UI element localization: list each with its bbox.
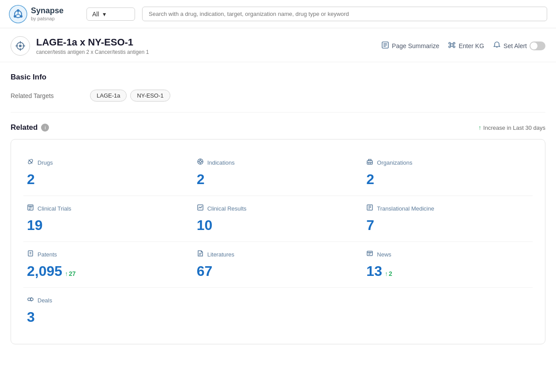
target-icon — [11, 36, 30, 56]
related-item-drugs[interactable]: Drugs 2 — [23, 150, 193, 196]
svg-line-25 — [451, 46, 451, 46]
chevron-down-icon: ▾ — [103, 11, 106, 18]
related-item-indications[interactable]: Indications 2 — [193, 150, 363, 196]
logo-text: Synapse by patsnap — [31, 6, 64, 22]
page-subtitle: cancer/testis antigen 2 x Cancer/testis … — [36, 49, 149, 55]
related-item-clinical-results[interactable]: Clinical Results 10 — [193, 196, 363, 241]
related-targets-label: Related Targets — [11, 92, 90, 99]
related-grid-deals: Deals 3 — [23, 287, 533, 333]
tag-lage1a[interactable]: LAGE-1a — [90, 90, 127, 102]
patents-icon — [27, 250, 34, 259]
logo-area: Synapse by patsnap — [9, 5, 79, 23]
drugs-count-row: 2 — [27, 171, 190, 188]
page-title-text: LAGE-1a x NY-ESO-1 cancer/testis antigen… — [36, 37, 149, 55]
svg-point-22 — [453, 46, 455, 48]
deals-count: 3 — [27, 309, 35, 325]
set-alert-icon — [493, 41, 501, 51]
set-alert-label: Set Alert — [503, 42, 527, 49]
patents-header: Patents — [27, 250, 190, 259]
patents-label: Patents — [38, 251, 57, 258]
indications-count-row: 2 — [197, 171, 360, 188]
news-increase-value: 2 — [389, 270, 392, 277]
dropdown-label: All — [92, 11, 99, 18]
organizations-count-row: 2 — [366, 171, 529, 188]
svg-point-31 — [199, 161, 201, 163]
svg-line-24 — [453, 44, 453, 45]
news-arrow-up-icon: ↑ — [385, 270, 388, 277]
literatures-label: Literatures — [207, 251, 234, 258]
related-item-literatures[interactable]: Literatures 67 — [193, 241, 363, 287]
search-type-dropdown[interactable]: All ▾ — [86, 8, 135, 21]
tag-nyeso1[interactable]: NY-ESO-1 — [130, 90, 170, 102]
literatures-count-row: 67 — [197, 263, 360, 279]
enter-kg-icon — [448, 41, 456, 51]
organizations-icon — [366, 158, 373, 167]
svg-line-23 — [451, 44, 451, 45]
patents-count-row: 2,095 ↑ 27 — [27, 263, 190, 279]
clinical-trials-icon — [27, 204, 34, 213]
literatures-icon — [197, 250, 204, 259]
related-item-patents[interactable]: Patents 2,095 ↑ 27 — [23, 241, 193, 287]
related-item-news[interactable]: News 13 ↑ 2 — [363, 241, 533, 287]
news-count-row: 13 ↑ 2 — [366, 263, 529, 279]
drugs-count: 2 — [27, 171, 35, 188]
page-header: LAGE-1a x NY-ESO-1 cancer/testis antigen… — [0, 28, 556, 62]
related-grid-row1: Drugs 2 — [23, 150, 533, 287]
patents-increase-value: 27 — [69, 270, 76, 277]
svg-point-59 — [28, 298, 30, 301]
translational-medicine-icon — [366, 204, 373, 213]
deals-label: Deals — [38, 297, 52, 304]
news-count: 13 — [366, 263, 382, 279]
drugs-label: Drugs — [38, 159, 53, 166]
basic-info-title: Basic Info — [11, 73, 545, 82]
page-summarize-icon — [381, 41, 389, 51]
literatures-header: Literatures — [197, 250, 360, 259]
svg-point-13 — [19, 45, 21, 47]
clinical-trials-count-row: 19 — [27, 217, 190, 234]
clinical-trials-header: Clinical Trials — [27, 204, 190, 213]
svg-line-29 — [29, 160, 32, 163]
brand-name: Synapse — [31, 6, 64, 16]
svg-point-19 — [449, 42, 451, 44]
news-icon — [366, 250, 373, 259]
clinical-results-label: Clinical Results — [207, 205, 247, 212]
clinical-results-count-row: 10 — [197, 217, 360, 234]
related-item-deals[interactable]: Deals 3 — [23, 288, 193, 333]
related-title: Related — [11, 123, 38, 132]
indications-header: Indications — [197, 158, 360, 167]
translational-medicine-count-row: 7 — [366, 217, 529, 234]
clinical-results-icon — [197, 204, 204, 213]
search-input[interactable] — [142, 7, 547, 21]
basic-info-section: Basic Info Related Targets LAGE-1a NY-ES… — [11, 73, 545, 113]
related-item-organizations[interactable]: Organizations 2 — [363, 150, 533, 196]
enter-kg-button[interactable]: Enter KG — [448, 41, 484, 51]
clinical-results-count: 10 — [197, 217, 213, 234]
svg-point-2 — [17, 9, 19, 12]
related-section: Related i ↑ Increase in Last 30 days — [11, 123, 545, 344]
svg-rect-37 — [368, 159, 371, 161]
indications-count: 2 — [197, 171, 205, 188]
indications-label: Indications — [207, 159, 235, 166]
page-summarize-button[interactable]: Page Summarize — [381, 41, 439, 51]
svg-rect-50 — [28, 251, 33, 256]
translational-medicine-count: 7 — [366, 217, 374, 234]
related-item-clinical-trials[interactable]: Clinical Trials 19 — [23, 196, 193, 241]
svg-point-21 — [449, 46, 451, 48]
news-header: News — [366, 250, 529, 259]
alert-toggle[interactable] — [530, 41, 545, 50]
svg-rect-55 — [367, 251, 372, 256]
page-summarize-label: Page Summarize — [392, 42, 439, 49]
translational-medicine-label: Translational Medicine — [377, 205, 434, 212]
patents-arrow-up-icon: ↑ — [65, 270, 68, 277]
literatures-count: 67 — [197, 263, 213, 279]
related-info-icon[interactable]: i — [41, 124, 49, 132]
set-alert-button[interactable]: Set Alert — [493, 41, 545, 51]
drugs-icon — [27, 158, 34, 167]
increase-note-text: Increase in Last 30 days — [483, 124, 545, 131]
related-item-translational-medicine[interactable]: Translational Medicine 7 — [363, 196, 533, 241]
page-title: LAGE-1a x NY-ESO-1 — [36, 37, 149, 48]
svg-line-26 — [453, 46, 453, 46]
brand-sub: by patsnap — [31, 16, 64, 22]
related-title-group: Related i — [11, 123, 49, 132]
main-content: Basic Info Related Targets LAGE-1a NY-ES… — [0, 62, 556, 355]
